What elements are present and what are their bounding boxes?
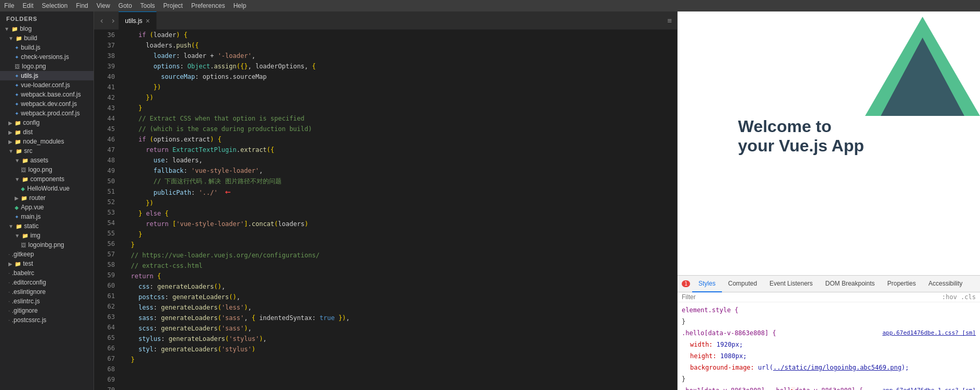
tab-properties[interactable]: Properties <box>881 276 923 292</box>
code-line: sourceMap: options.sourceMap <box>123 72 673 82</box>
folder-icon: 📁 <box>16 36 22 41</box>
filter-input[interactable] <box>682 293 940 301</box>
tab-styles[interactable]: Styles <box>692 276 722 292</box>
code-line: loader: loader + '-loader', <box>123 51 673 61</box>
tab-computed[interactable]: Computed <box>722 276 763 292</box>
menu-help[interactable]: Help <box>234 2 247 9</box>
folder-icon: 📁 <box>22 158 28 163</box>
devtools-panel: 1 Styles Computed Event Listeners DOM Br… <box>678 275 980 390</box>
css-prop-width: width: 1920px; <box>678 339 980 350</box>
css-link-box1[interactable]: app.67ed1476dbe.1.css? [sm] <box>882 386 976 390</box>
sidebar-label: logoinbg.png <box>28 241 64 249</box>
code-line: sass: generateLoaders('sass', { indented… <box>123 313 673 323</box>
file-icon: ✦ <box>15 214 19 220</box>
sidebar-item-helloworld[interactable]: ◆ HelloWorld.vue <box>0 184 94 193</box>
sidebar-item-editorconfig[interactable]: · .editorconfig <box>0 278 94 287</box>
sidebar-item-gitignore[interactable]: · .gitignore <box>0 306 94 315</box>
code-line: use: loaders, <box>123 155 673 166</box>
sidebar-label: logo.png <box>28 166 52 173</box>
sidebar-label: img <box>30 232 40 239</box>
menu-goto[interactable]: Goto <box>119 2 132 9</box>
code-line: if (options.extract) { <box>123 134 673 145</box>
sidebar-label: .babelrc <box>12 269 34 277</box>
sidebar-item-img[interactable]: ▼ 📁 img <box>0 231 94 240</box>
sidebar-item-postcssrcjs[interactable]: · .postcssrc.js <box>0 315 94 325</box>
sidebar-item-blog[interactable]: ▼ 📁 blog <box>0 24 94 33</box>
sidebar-label: vue-loader.conf.js <box>21 81 70 89</box>
file-icon: 🖼 <box>21 242 26 248</box>
code-line: } <box>123 240 673 250</box>
sidebar-item-dist[interactable]: ▶ 📁 dist <box>0 127 94 137</box>
code-content[interactable]: if (loader) { loaders.push({ loader: loa… <box>119 30 677 390</box>
tab-utilsjs[interactable]: utils.js × <box>119 11 157 30</box>
sidebar-item-vueloader[interactable]: ✦ vue-loader.conf.js <box>0 80 94 90</box>
sidebar-item-logopng[interactable]: 🖼 logo.png <box>0 62 94 71</box>
sidebar-label: test <box>23 260 33 267</box>
menu-preferences[interactable]: Preferences <box>191 2 225 9</box>
tab-event-listeners[interactable]: Event Listeners <box>763 276 819 292</box>
sidebar-item-checkversions[interactable]: ✦ check-versions.js <box>0 52 94 62</box>
folder-icon: 📁 <box>15 261 21 267</box>
sidebar-label: node_modules <box>23 138 64 145</box>
sidebar-item-nodemodules[interactable]: ▶ 📁 node_modules <box>0 137 94 146</box>
file-icon: ✦ <box>15 54 19 60</box>
chevron-right-icon: ▶ <box>8 129 13 135</box>
sidebar-item-src[interactable]: ▼ 📁 src <box>0 146 94 156</box>
sidebar-item-webpackbase[interactable]: ✦ webpack.base.conf.js <box>0 90 94 99</box>
sidebar-item-buildjs[interactable]: ✦ build.js <box>0 43 94 52</box>
css-link-hello[interactable]: app.67ed1476dbe.1.css? [sm] <box>882 328 976 338</box>
sidebar-item-eslintrcjs[interactable]: · .eslintrc.js <box>0 297 94 306</box>
code-line: // https://vue-loader.vuejs.org/en/confi… <box>123 250 673 261</box>
menu-tools[interactable]: Tools <box>141 2 155 9</box>
sidebar-item-appvue[interactable]: ◆ App.vue <box>0 203 94 212</box>
sidebar-item-config[interactable]: ▶ 📁 config <box>0 118 94 127</box>
sidebar-label: webpack.prod.conf.js <box>21 110 80 117</box>
sidebar-item-utilsjs[interactable]: ✦ utils.js <box>0 71 94 80</box>
code-line: if (loader) { <box>123 30 673 40</box>
file-icon: ✦ <box>15 101 19 107</box>
sidebar-item-assets[interactable]: ▼ 📁 assets <box>0 156 94 165</box>
folder-icon: 📁 <box>15 120 21 126</box>
menu-selection[interactable]: Selection <box>42 2 67 9</box>
sidebar-item-components[interactable]: ▼ 📁 components <box>0 174 94 184</box>
sidebar-item-eslintignore[interactable]: · .eslintignore <box>0 287 94 297</box>
menu-view[interactable]: View <box>97 2 110 9</box>
code-editor: 3637383940 4142434445 4647484950 5152535… <box>94 30 677 390</box>
sidebar-item-mainjs[interactable]: ✦ main.js <box>0 212 94 221</box>
code-line: publicPath: '../' ← <box>123 186 673 198</box>
tab-accessibility[interactable]: Accessibility <box>922 276 969 292</box>
sidebar-item-logoinbg[interactable]: 🖼 logoinbg.png <box>0 240 94 250</box>
tab-menu-btn[interactable]: ≡ <box>664 16 675 25</box>
sidebar-item-router[interactable]: ▶ 📁 router <box>0 193 94 203</box>
tab-next-btn[interactable]: › <box>108 16 119 26</box>
menu-project[interactable]: Project <box>164 2 183 9</box>
sidebar-item-babelrc[interactable]: · .babelrc <box>0 268 94 278</box>
sidebar-item-static[interactable]: ▼ 📁 static <box>0 221 94 231</box>
folder-icon: 📁 <box>16 223 22 229</box>
code-line: return ExtractTextPlugin.extract({ <box>123 145 673 155</box>
sidebar-item-build[interactable]: ▼ 📁 build <box>0 33 94 43</box>
sidebar-item-webpackdev[interactable]: ✦ webpack.dev.conf.js <box>0 99 94 109</box>
file-icon: · <box>8 299 10 304</box>
menu-find[interactable]: Find <box>76 2 88 9</box>
sidebar-label: .gitkeep <box>12 251 34 258</box>
menu-file[interactable]: File <box>4 2 14 9</box>
file-icon: · <box>8 317 10 323</box>
sidebar-label: components <box>30 175 64 183</box>
tab-prev-btn[interactable]: ‹ <box>96 16 108 26</box>
css-prop-bg-image: background-image: url(../static/img/logo… <box>678 362 980 373</box>
tab-dom-breakpoints[interactable]: DOM Breakpoints <box>819 276 881 292</box>
tab-bar: ‹ › utils.js × ≡ <box>94 11 677 30</box>
sidebar-item-src-logo[interactable]: 🖼 logo.png <box>0 165 94 174</box>
sidebar-label: check-versions.js <box>21 53 69 61</box>
folder-icon: 📁 <box>11 26 18 32</box>
sidebar-item-test[interactable]: ▶ 📁 test <box>0 259 94 268</box>
css-selector: element.style { <box>682 306 738 314</box>
code-line: } else { <box>123 208 673 219</box>
sidebar-item-webpackprod[interactable]: ✦ webpack.prod.conf.js <box>0 109 94 118</box>
code-line: loaders.push({ <box>123 40 673 51</box>
tab-close-btn[interactable]: × <box>146 17 150 25</box>
sidebar-label: .eslintignore <box>12 288 46 296</box>
menu-edit[interactable]: Edit <box>22 2 33 9</box>
sidebar-item-gitkeep[interactable]: · .gitkeep <box>0 250 94 259</box>
